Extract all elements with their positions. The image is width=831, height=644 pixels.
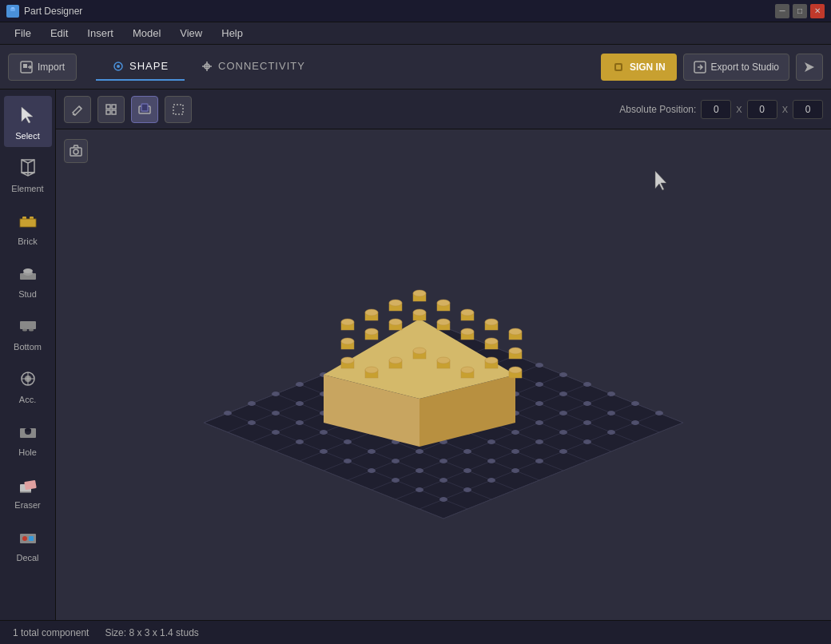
- svg-point-142: [344, 439, 352, 444]
- svg-point-201: [413, 309, 426, 316]
- svg-point-93: [607, 392, 615, 396]
- svg-point-95: [655, 411, 663, 415]
- svg-rect-43: [112, 105, 116, 109]
- send-button[interactable]: [796, 54, 823, 81]
- sidebar-item-bottom[interactable]: Bottom: [4, 307, 52, 358]
- stud-icon: [15, 260, 41, 286]
- sidebar-item-select[interactable]: Select: [4, 96, 52, 147]
- svg-rect-9: [616, 65, 621, 70]
- export-button[interactable]: Export to Studio: [683, 54, 789, 81]
- svg-point-185: [389, 300, 402, 306]
- tab-area: SHAPE CONNECTIVITY: [96, 54, 321, 81]
- svg-point-113: [272, 430, 280, 435]
- menu-file[interactable]: File: [6, 25, 39, 42]
- svg-point-207: [485, 338, 498, 344]
- import-label: Import: [38, 62, 65, 73]
- svg-point-150: [535, 439, 543, 444]
- pos-z-input[interactable]: [793, 100, 823, 119]
- size-info: Size: 8 x 3 x 1.4 studs: [105, 627, 198, 638]
- svg-point-171: [463, 468, 471, 473]
- tab-connectivity-label: CONNECTIVITY: [218, 60, 305, 72]
- sidebar-item-stud[interactable]: Stud: [4, 254, 52, 305]
- sidebar-decal-label: Decal: [16, 553, 38, 563]
- select-rect-button[interactable]: [165, 96, 192, 123]
- maximize-button[interactable]: □: [793, 4, 807, 18]
- pos-x-axis: X: [736, 105, 742, 114]
- svg-point-211: [341, 338, 354, 344]
- pos-x-input[interactable]: [701, 100, 731, 119]
- sidebar-item-element[interactable]: Element: [4, 149, 52, 200]
- sidebar-acc-label: Acc.: [19, 395, 36, 404]
- import-button[interactable]: Import: [8, 54, 77, 81]
- sidebar-item-brick[interactable]: Brick: [4, 201, 52, 252]
- move-tool-button[interactable]: [131, 96, 158, 123]
- svg-point-193: [485, 319, 498, 325]
- menu-view[interactable]: View: [172, 25, 210, 42]
- svg-point-152: [344, 459, 352, 463]
- svg-point-213: [341, 357, 354, 364]
- svg-point-129: [320, 430, 328, 435]
- svg-rect-2: [11, 7, 14, 9]
- pos-y-input[interactable]: [747, 100, 777, 119]
- position-controls: Absolute Position: X X: [619, 100, 823, 119]
- component-count: 1 total component: [13, 627, 89, 638]
- minimize-button[interactable]: ─: [775, 4, 789, 18]
- svg-rect-35: [24, 480, 37, 490]
- tab-shape-label: SHAPE: [129, 60, 169, 72]
- svg-point-77: [224, 411, 232, 415]
- position-label: Absolute Position:: [619, 104, 696, 115]
- decal-icon: [15, 524, 41, 550]
- svg-point-172: [487, 478, 495, 483]
- svg-point-159: [511, 449, 519, 454]
- svg-point-209: [509, 348, 522, 354]
- sidebar-item-decal[interactable]: Decal: [4, 518, 52, 569]
- export-icon: [694, 61, 706, 74]
- 3d-scene[interactable]: [56, 129, 831, 620]
- svg-point-110: [583, 401, 591, 406]
- svg-point-98: [296, 401, 304, 406]
- svg-point-111: [607, 411, 615, 415]
- hole-icon: [15, 419, 41, 444]
- svg-point-141: [320, 449, 328, 454]
- sign-in-button[interactable]: SIGN IN: [601, 54, 677, 81]
- main-area: Select Element: [0, 89, 831, 620]
- menu-insert[interactable]: Insert: [79, 25, 121, 42]
- svg-point-158: [487, 439, 495, 444]
- svg-point-165: [463, 449, 471, 454]
- bottom-icon: [15, 313, 41, 339]
- export-label: Export to Studio: [711, 62, 779, 73]
- close-button[interactable]: ✕: [810, 4, 825, 18]
- sidebar-item-hole[interactable]: Hole: [4, 412, 52, 463]
- tab-shape[interactable]: SHAPE: [96, 54, 185, 81]
- sidebar-item-eraser[interactable]: Eraser: [4, 465, 52, 516]
- svg-rect-47: [141, 104, 148, 111]
- shape-icon: [112, 60, 125, 73]
- send-icon: [803, 61, 816, 74]
- svg-point-187: [413, 290, 426, 296]
- svg-point-91: [559, 372, 567, 377]
- tab-connectivity[interactable]: CONNECTIVITY: [185, 54, 321, 81]
- menu-model[interactable]: Model: [125, 25, 169, 42]
- svg-point-126: [583, 420, 591, 425]
- menu-help[interactable]: Help: [213, 25, 251, 42]
- sidebar-item-acc[interactable]: Acc.: [4, 360, 52, 411]
- svg-point-170: [439, 459, 447, 463]
- svg-point-168: [392, 478, 400, 483]
- svg-point-199: [389, 319, 402, 325]
- svg-point-92: [583, 382, 591, 387]
- svg-rect-44: [106, 110, 110, 114]
- svg-point-80: [296, 382, 304, 387]
- sidebar-hole-label: Hole: [18, 447, 37, 457]
- eraser-icon: [15, 471, 41, 497]
- title-bar-left: Part Designer: [6, 5, 82, 18]
- menu-edit[interactable]: Edit: [42, 25, 76, 42]
- svg-point-6: [117, 65, 120, 68]
- svg-point-138: [535, 420, 543, 425]
- svg-point-225: [485, 357, 498, 364]
- svg-point-90: [535, 363, 543, 368]
- svg-point-23: [23, 268, 33, 273]
- svg-rect-45: [112, 110, 116, 114]
- grid-tool-button[interactable]: [97, 96, 125, 123]
- svg-rect-39: [29, 536, 34, 541]
- pencil-tool-button[interactable]: [64, 96, 91, 123]
